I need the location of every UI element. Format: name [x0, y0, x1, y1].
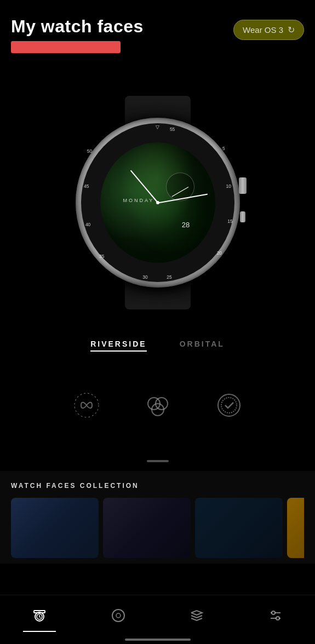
crown-button[interactable] [239, 177, 247, 194]
tach-label-20: 20 [217, 250, 222, 256]
tach-label-30: 30 [142, 274, 147, 280]
watch-body[interactable]: ▽ 55 50 45 40 35 30 25 20 15 10 5 [76, 118, 240, 288]
discover-nav-icon [110, 607, 127, 624]
collection-thumb-3[interactable] [195, 498, 283, 558]
features-row [0, 389, 315, 422]
face-tabs: RIVERSIDE ORBITAL [0, 340, 315, 352]
bottom-nav [0, 595, 315, 644]
svg-point-5 [221, 398, 237, 413]
settings-nav-icon [267, 607, 284, 624]
hand-hour [130, 170, 158, 203]
hand-center [156, 201, 159, 204]
verify-watch-icon[interactable] [213, 389, 245, 422]
redacted-info [11, 41, 121, 53]
collection-thumb-1[interactable] [11, 498, 99, 558]
crown-small-button[interactable] [240, 211, 245, 222]
nav-settings[interactable] [259, 599, 292, 632]
watch-case: ▽ 55 50 45 40 35 30 25 20 15 10 5 [65, 96, 251, 309]
drag-handle [147, 460, 169, 462]
tach-label-40: 40 [85, 222, 90, 227]
tach-label-50: 50 [87, 148, 92, 154]
header: My watch faces Wear OS 3 ↻ [0, 0, 315, 59]
nav-watch-faces[interactable] [23, 599, 56, 632]
watch-face: MONDAY 28 [100, 142, 215, 263]
collection-title: WATCH FACES COLLECTION [11, 482, 304, 490]
nav-stack[interactable] [180, 599, 213, 632]
svg-point-13 [272, 611, 275, 614]
home-indicator [125, 639, 191, 641]
svg-point-14 [276, 617, 279, 620]
hand-minute [157, 193, 207, 203]
tach-bezel: ▽ 55 50 45 40 35 30 25 20 15 10 5 [81, 123, 234, 282]
watch-display: ▽ 55 50 45 40 35 30 25 20 15 10 5 [48, 88, 267, 318]
tach-label-15: 15 [227, 219, 232, 224]
tach-label-45: 45 [84, 183, 89, 189]
outer-bezel: ▽ 55 50 45 40 35 30 25 20 15 10 5 [76, 118, 240, 288]
tach-label-25: 25 [167, 274, 171, 280]
collection-section: WATCH FACES COLLECTION [0, 471, 315, 564]
face-tab-orbital[interactable]: ORBITAL [180, 340, 225, 352]
complications-icon[interactable] [141, 389, 174, 422]
refresh-icon[interactable]: ↻ [288, 25, 295, 35]
nav-discover[interactable] [102, 599, 135, 632]
tach-label-10: 10 [226, 183, 231, 189]
collection-thumb-2[interactable] [103, 498, 191, 558]
collection-thumbnails [11, 498, 304, 558]
collection-thumb-4[interactable] [287, 498, 304, 558]
tach-label-5: 5 [222, 146, 225, 151]
face-tab-riverside[interactable]: RIVERSIDE [90, 340, 146, 352]
tach-label-top: ▽ [156, 124, 159, 130]
always-on-icon[interactable] [70, 389, 103, 422]
page-title: My watch faces [11, 16, 144, 37]
wear-os-badge[interactable]: Wear OS 3 ↻ [233, 20, 304, 40]
hands-container [100, 142, 215, 263]
svg-point-10 [116, 613, 121, 618]
tach-label-35: 35 [99, 254, 104, 259]
tach-label-55: 55 [170, 127, 175, 132]
watch-faces-nav-icon [31, 607, 48, 623]
header-left: My watch faces [11, 16, 144, 53]
wear-os-label: Wear OS 3 [243, 25, 283, 34]
svg-point-9 [112, 610, 124, 622]
stack-nav-icon [188, 607, 205, 624]
